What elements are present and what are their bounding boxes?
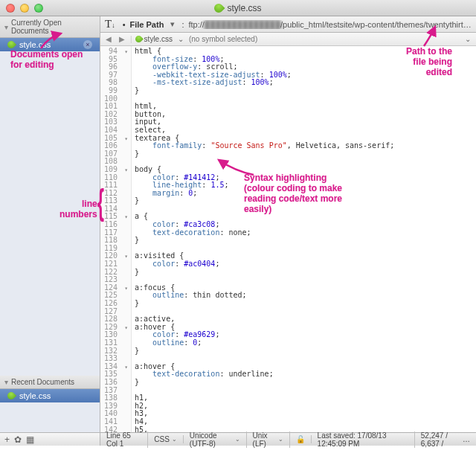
code-content[interactable]: html { font-size: 100%; overflow-y: scro… [132, 46, 476, 432]
sidebar-footer: + ✿ ▦ [0, 432, 100, 446]
status-bar: Line 65 Col 1 CSS⌄ Unicode (UTF-8)⌄ Unix… [100, 432, 476, 446]
file-icon [6, 391, 16, 401]
file-size: 52,247 / 6,637 / … [415, 431, 476, 448]
file-icon [213, 1, 225, 14]
symbol-selector[interactable]: (no symbol selected) [189, 35, 460, 43]
window-title-text: style.css [227, 3, 261, 13]
symbol-bar: ◀ ▶ | style.css ⌄ (no symbol selected) ⌄ [100, 33, 476, 46]
document-name: style.css [19, 391, 51, 400]
file-path[interactable]: ftp://██████████████/public_html/testsit… [188, 20, 472, 29]
document-name: style.css [19, 40, 51, 49]
recent-document-item[interactable]: style.css [0, 389, 100, 402]
line-number-gutter: 94 ▾95 96 97 98 99 100 101 102 103 104 1… [100, 46, 132, 432]
zoom-window-button[interactable] [34, 4, 43, 13]
open-documents-header: ▾ Currently Open Documents [0, 16, 100, 38]
nav-back-button[interactable]: ◀ [103, 35, 114, 43]
path-bar: T↓ • File Path ▾: ftp://██████████████/p… [100, 16, 476, 33]
lock-icon[interactable]: 🔓 [290, 435, 312, 443]
grid-button[interactable]: ▦ [26, 434, 34, 445]
recent-documents-header: ▾ Recent Documents [0, 376, 100, 389]
minimize-window-button[interactable] [20, 4, 29, 13]
settings-button[interactable]: ✿ [14, 434, 22, 445]
file-crumb[interactable]: style.css [135, 35, 173, 43]
file-icon [134, 34, 144, 44]
filepath-label: File Path [130, 20, 164, 29]
window-titlebar: style.css [0, 0, 476, 16]
encoding-selector[interactable]: Unicode (UTF-8)⌄ [184, 431, 247, 448]
close-document-button[interactable]: × [83, 40, 92, 49]
window-title: style.css [0, 3, 476, 13]
sidebar: ▾ Currently Open Documents style.css × ▾… [0, 16, 100, 446]
add-button[interactable]: + [4, 434, 10, 445]
open-document-item[interactable]: style.css × [0, 38, 100, 51]
file-icon [6, 39, 16, 50]
chevron-down-icon[interactable]: ⌄ [463, 35, 473, 43]
chevron-down-icon[interactable]: ▾ [168, 19, 177, 29]
language-selector[interactable]: CSS⌄ [148, 435, 184, 443]
editor-area: T↓ • File Path ▾: ftp://██████████████/p… [100, 16, 476, 446]
last-saved: Last saved: 17/08/13 12:45:09 PM [312, 431, 415, 448]
chevron-down-icon[interactable]: ⌄ [176, 35, 186, 43]
line-ending-selector[interactable]: Unix (LF)⌄ [247, 431, 290, 448]
nav-forward-button[interactable]: ▶ [117, 35, 127, 43]
dot-icon: • [123, 20, 126, 29]
divider: | [130, 35, 132, 43]
code-editor[interactable]: 94 ▾95 96 97 98 99 100 101 102 103 104 1… [100, 46, 476, 432]
open-documents-label: Currently Open Documents [11, 19, 95, 35]
cursor-position: Line 65 Col 1 [100, 431, 148, 448]
text-mode-icon[interactable]: T↓ [105, 18, 118, 31]
close-window-button[interactable] [6, 4, 15, 13]
window-controls [6, 4, 43, 13]
recent-documents-label: Recent Documents [11, 378, 74, 386]
